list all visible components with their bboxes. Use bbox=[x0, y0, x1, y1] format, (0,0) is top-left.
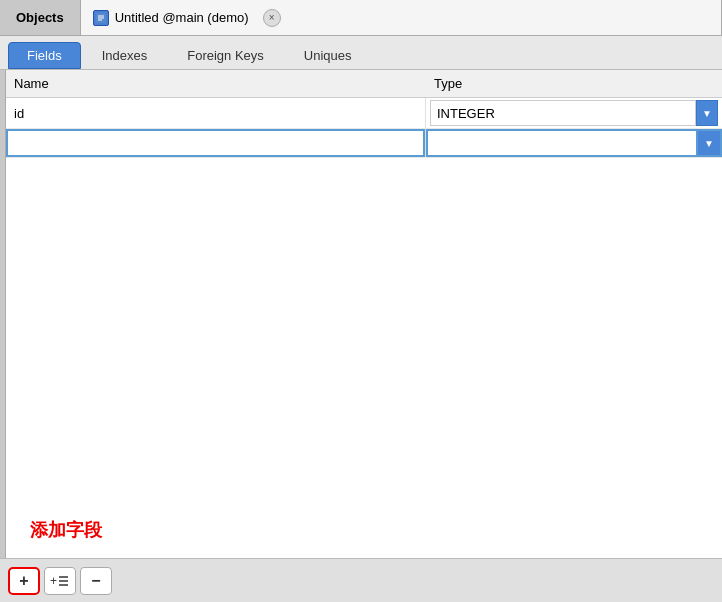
cell-name-new[interactable] bbox=[6, 129, 426, 157]
type-column-header: Type bbox=[426, 74, 722, 93]
tab-uniques[interactable]: Uniques bbox=[285, 42, 371, 69]
document-tab-icon bbox=[93, 10, 109, 26]
chevron-down-icon-new: ▼ bbox=[704, 138, 714, 149]
tab-bar: Objects Untitled @main (demo) × bbox=[0, 0, 722, 36]
name-column-header: Name bbox=[6, 74, 426, 93]
cell-type-id: INTEGER ▼ bbox=[426, 98, 722, 128]
secondary-tab-bar: Fields Indexes Foreign Keys Uniques bbox=[0, 36, 722, 70]
svg-text:+: + bbox=[50, 574, 57, 588]
table-row-editing: ▼ bbox=[6, 129, 722, 158]
main-layout: Name Type id INTEGER bbox=[0, 70, 722, 558]
add-indent-button[interactable]: + bbox=[44, 567, 76, 595]
tab-fields[interactable]: Fields bbox=[8, 42, 81, 69]
add-field-link[interactable]: 添加字段 bbox=[30, 518, 102, 542]
close-tab-button[interactable]: × bbox=[263, 9, 281, 27]
document-tab-label: Untitled @main (demo) bbox=[115, 10, 249, 25]
table-header: Name Type bbox=[6, 70, 722, 98]
add-field-area: 添加字段 bbox=[6, 312, 722, 558]
plus-icon: + bbox=[19, 572, 28, 590]
type-selector-new[interactable]: ▼ bbox=[426, 129, 722, 157]
name-input[interactable] bbox=[6, 129, 425, 157]
type-dropdown-new[interactable]: ▼ bbox=[698, 129, 722, 157]
document-tab[interactable]: Untitled @main (demo) × bbox=[81, 0, 722, 35]
bottom-toolbar: + + − bbox=[0, 558, 722, 602]
type-input-new[interactable] bbox=[426, 129, 698, 157]
table-body: id INTEGER ▼ bbox=[6, 98, 722, 312]
tab-foreign-keys[interactable]: Foreign Keys bbox=[168, 42, 283, 69]
add-row-button[interactable]: + bbox=[8, 567, 40, 595]
table-row: id INTEGER ▼ bbox=[6, 98, 722, 129]
type-selector-id[interactable]: INTEGER ▼ bbox=[430, 100, 718, 126]
objects-tab-label: Objects bbox=[16, 10, 64, 25]
cell-name-id: id bbox=[6, 98, 426, 128]
minus-icon: − bbox=[91, 572, 100, 590]
objects-tab[interactable]: Objects bbox=[0, 0, 81, 35]
type-dropdown-id[interactable]: ▼ bbox=[696, 100, 718, 126]
type-display-id: INTEGER bbox=[430, 100, 696, 126]
tab-indexes[interactable]: Indexes bbox=[83, 42, 167, 69]
cell-type-new: ▼ bbox=[426, 129, 722, 157]
chevron-down-icon: ▼ bbox=[702, 108, 712, 119]
add-indent-icon: + bbox=[50, 573, 70, 589]
remove-row-button[interactable]: − bbox=[80, 567, 112, 595]
content-area: Name Type id INTEGER bbox=[6, 70, 722, 558]
main-window: Objects Untitled @main (demo) × Fields I… bbox=[0, 0, 722, 602]
